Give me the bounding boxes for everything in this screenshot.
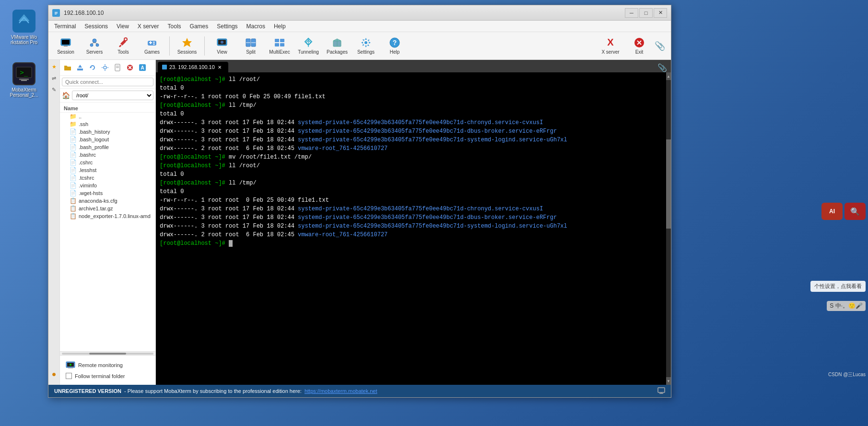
path-select[interactable]: /root/	[72, 91, 153, 100]
games-button[interactable]: Games	[139, 34, 165, 58]
tab-close-button[interactable]: ✕	[217, 64, 223, 70]
help-icon: ?	[389, 37, 400, 48]
side-edit-icon[interactable]: ✎	[49, 85, 59, 94]
tree-item-lesshst[interactable]: 📄 .lesshst	[60, 166, 155, 174]
tree-item-bash_logout[interactable]: 📄 .bash_logout	[60, 136, 155, 143]
view-button[interactable]: View	[209, 34, 235, 58]
desktop-icon-mobaxterm[interactable]: >_ MobaXterm Personal_2...	[5, 62, 43, 98]
tools-button[interactable]: Tools	[110, 34, 137, 58]
tree-item-bash_history[interactable]: 📄 .bash_history	[60, 128, 155, 136]
sessions-button[interactable]: Sessions	[174, 34, 200, 58]
term-line-12: total 0	[160, 170, 662, 179]
scroll-down-button[interactable]: ▼	[666, 377, 671, 385]
menu-tools[interactable]: Tools	[164, 22, 185, 31]
side-star-icon[interactable]: ★	[49, 62, 59, 71]
menu-settings[interactable]: Settings	[213, 22, 241, 31]
tunneling-button[interactable]: Tunneling	[295, 34, 322, 58]
left-info-icon[interactable]: A	[137, 62, 148, 73]
window-controls: ─ □ ✕	[625, 8, 667, 18]
exit-button[interactable]: Exit	[628, 34, 651, 58]
left-refresh-icon[interactable]	[87, 62, 98, 73]
terminal-content[interactable]: [root@localhost ~]# ll /root/ total 0 -r…	[156, 72, 666, 385]
follow-folder-checkbox[interactable]	[66, 373, 72, 379]
tree-item-tcshrc[interactable]: 📄 .tcshrc	[60, 174, 155, 182]
desktop-icon-vmware[interactable]: VMware Wo rkstation Pro	[5, 10, 43, 45]
terminal-wrapper: [root@localhost ~]# ll /root/ total 0 -r…	[156, 72, 671, 385]
servers-label: Servers	[86, 49, 103, 55]
tree-item-ssh[interactable]: 📁 .ssh	[60, 120, 155, 128]
svg-point-35	[364, 41, 367, 44]
attach-icon[interactable]: 📎	[653, 41, 667, 51]
term-line-14: total 0	[160, 187, 662, 196]
tree-item-viminfo[interactable]: 📄 .viminfo	[60, 182, 155, 189]
tree-item-label: .ssh	[79, 121, 88, 127]
tree-item-archive1[interactable]: 📋 archive1.tar.gz	[60, 205, 155, 212]
file-icon-bash_profile: 📄	[70, 144, 77, 150]
tree-item-parent[interactable]: 📁 ..	[60, 113, 155, 120]
terminal-tab-active[interactable]: 23. 192.168.100.10 ✕	[158, 62, 228, 72]
path-home-icon: 🏠	[62, 92, 70, 99]
close-button[interactable]: ✕	[654, 8, 667, 18]
tree-item-label: .tcshrc	[79, 175, 94, 181]
split-label: Split	[246, 49, 255, 55]
menu-games[interactable]: Games	[186, 22, 212, 31]
term-line-7: drwx------. 3 root root 17 Feb 18 02:44 …	[160, 127, 662, 136]
mobaxterm-icon: >_	[12, 62, 35, 85]
personalization-bar[interactable]: 个性设置，点我看看	[810, 281, 866, 292]
settings-button[interactable]: Settings	[352, 34, 379, 58]
vmware-label: VMware Wo rkstation Pro	[11, 35, 37, 45]
exit-icon	[633, 37, 645, 48]
tree-item-bashrc[interactable]: 📄 .bashrc	[60, 151, 155, 159]
packages-button[interactable]: Packages	[324, 34, 351, 58]
session-label: Session	[57, 49, 74, 55]
menu-macros[interactable]: Macros	[243, 22, 269, 31]
side-nav-icon[interactable]: ⇌	[49, 73, 59, 83]
servers-icon	[89, 37, 100, 48]
minimize-button[interactable]: ─	[625, 8, 638, 18]
servers-button[interactable]: Servers	[81, 34, 108, 58]
multiexec-button[interactable]: MultiExec	[266, 34, 293, 58]
ai-label: AI	[829, 208, 835, 215]
search-ai-button[interactable]: 🔍	[845, 203, 866, 220]
menu-sessions[interactable]: Sessions	[81, 22, 112, 31]
session-button[interactable]: Session	[52, 34, 79, 58]
status-link[interactable]: https://mobaxterm.mobatek.net	[305, 388, 377, 394]
ai-button[interactable]: AI	[821, 203, 843, 220]
tree-item-wget_hsts[interactable]: 📄 .wget-hsts	[60, 189, 155, 197]
remote-monitoring-button[interactable]: Remote monitoring	[64, 359, 152, 371]
input-method-bar[interactable]: S 中·。🙂🎤	[827, 301, 866, 311]
left-download-icon[interactable]	[74, 62, 86, 73]
tree-item-node_exporter[interactable]: 📋 node_exporter-1.7.0.linux-amd	[60, 212, 155, 220]
help-button[interactable]: ? Help	[381, 34, 408, 58]
quick-connect-input[interactable]	[62, 78, 153, 86]
follow-folder-label: Follow terminal folder	[75, 373, 125, 379]
tab-attach-icon[interactable]: 📎	[656, 63, 669, 72]
menu-help[interactable]: Help	[270, 22, 290, 31]
tree-item-bash_profile[interactable]: 📄 .bash_profile	[60, 143, 155, 151]
menu-terminal[interactable]: Terminal	[50, 22, 80, 31]
left-delete-icon[interactable]	[124, 62, 136, 73]
xserver-button[interactable]: X X server	[595, 34, 626, 58]
maximize-button[interactable]: □	[639, 8, 653, 18]
left-scrollbar[interactable]	[60, 351, 155, 355]
split-icon	[245, 37, 257, 48]
tree-item-anaconda[interactable]: 📋 anaconda-ks.cfg	[60, 197, 155, 205]
scroll-thumb[interactable]	[666, 139, 671, 229]
split-button[interactable]: Split	[237, 34, 264, 58]
scroll-up-button[interactable]: ▲	[666, 72, 671, 80]
menu-view[interactable]: View	[113, 22, 133, 31]
term-line-11: [root@localhost ~]# ll /root/	[160, 161, 662, 170]
toolbar-separator-2	[204, 36, 205, 56]
mobaxterm-label: MobaXterm Personal_2...	[10, 87, 38, 98]
menu-xserver[interactable]: X server	[134, 22, 163, 31]
left-folder-icon[interactable]	[62, 62, 73, 73]
left-file-icon[interactable]	[112, 62, 123, 73]
follow-folder-row[interactable]: Follow terminal folder	[64, 371, 152, 381]
left-settings-icon[interactable]	[99, 62, 111, 73]
svg-rect-62	[658, 388, 665, 392]
scroll-track[interactable]	[666, 80, 671, 377]
tree-item-cshrc[interactable]: 📄 .cshrc	[60, 159, 155, 166]
term-prompt: [root@localhost ~]#	[160, 76, 229, 83]
terminal-scrollbar[interactable]: ▲ ▼	[666, 72, 671, 385]
term-line-18: drwx------. 3 root root 17 Feb 18 02:44 …	[160, 222, 662, 230]
